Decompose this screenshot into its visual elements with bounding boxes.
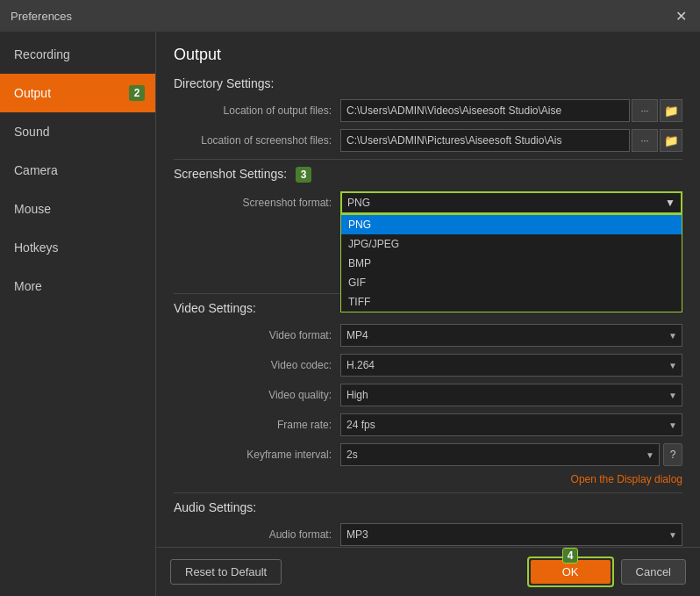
- dropdown-option-jpg[interactable]: JPG/JPEG: [341, 234, 682, 254]
- screenshot-location-dots-button[interactable]: ···: [632, 129, 658, 152]
- video-format-label: Video format:: [174, 329, 340, 341]
- video-codec-label: Video codec:: [174, 359, 340, 371]
- window-title: Preferences: [11, 10, 72, 23]
- sidebar-item-output[interactable]: Output 2: [0, 74, 155, 112]
- sidebar-item-label: Sound: [14, 125, 49, 139]
- folder-icon: 📁: [664, 134, 679, 147]
- screenshot-format-label: Screenshot format:: [174, 197, 340, 209]
- audio-section-title: Audio Settings:: [174, 500, 682, 514]
- screenshot-location-input[interactable]: [340, 129, 630, 152]
- video-format-select-wrapper: MP4 ▼: [340, 324, 682, 347]
- dropdown-option-tiff[interactable]: TIFF: [341, 292, 682, 312]
- screenshot-location-label: Location of screenshot files:: [174, 134, 340, 147]
- screenshot-location-row: Location of screenshot files: ··· 📁: [174, 129, 682, 152]
- open-display-dialog-button[interactable]: Open the Display dialog: [571, 473, 682, 485]
- title-bar: Preferences ✕: [0, 0, 700, 32]
- chevron-down-icon: ▼: [665, 197, 675, 209]
- reset-to-default-button[interactable]: Reset to Default: [170, 559, 282, 585]
- screenshot-location-folder-button[interactable]: 📁: [660, 129, 682, 152]
- dropdown-option-bmp[interactable]: BMP: [341, 254, 682, 273]
- keyframe-select[interactable]: 2s: [340, 443, 660, 466]
- screenshot-badge: 3: [296, 167, 311, 183]
- screenshot-section-title: Screenshot Settings: 3: [174, 167, 682, 183]
- sidebar-item-more[interactable]: More: [0, 267, 155, 305]
- close-button[interactable]: ✕: [672, 7, 689, 25]
- sidebar-item-label: Mouse: [14, 202, 51, 216]
- audio-format-label: Audio format:: [174, 528, 340, 541]
- output-location-folder-button[interactable]: 📁: [660, 99, 682, 122]
- video-format-row: Video format: MP4 ▼: [174, 324, 682, 347]
- video-codec-select[interactable]: H.264: [340, 354, 682, 377]
- keyframe-label: Keyframe interval:: [174, 449, 340, 461]
- frame-rate-select[interactable]: 24 fps: [340, 413, 682, 436]
- folder-icon: 📁: [664, 104, 679, 118]
- ok-button[interactable]: OK: [531, 560, 611, 584]
- sidebar-item-label: Output: [14, 86, 51, 100]
- video-quality-row: Video quality: High ▼: [174, 384, 682, 406]
- frame-rate-row: Frame rate: 24 fps ▼: [174, 413, 682, 436]
- keyframe-help-button[interactable]: ?: [663, 443, 682, 466]
- main-layout: Recording Output 2 Sound Camera Mouse Ho…: [0, 32, 700, 596]
- output-location-row: Location of output files: ··· 📁: [174, 99, 682, 122]
- audio-format-select-wrapper: MP3 ▼: [340, 523, 682, 546]
- video-quality-label: Video quality:: [174, 389, 340, 401]
- ok-button-wrapper: 4 OK: [527, 557, 614, 587]
- screenshot-format-value: PNG: [347, 197, 370, 209]
- frame-rate-select-wrapper: 24 fps ▼: [340, 413, 682, 436]
- sidebar-item-sound[interactable]: Sound: [0, 112, 155, 151]
- help-icon: ?: [670, 449, 676, 461]
- video-format-select[interactable]: MP4: [340, 324, 682, 347]
- frame-rate-label: Frame rate:: [174, 419, 340, 431]
- screenshot-format-row: Screenshot format: PNG ▼ PNG JPG/JPEG BM…: [174, 191, 682, 214]
- screenshot-format-dropdown[interactable]: PNG ▼ PNG JPG/JPEG BMP GIF TIFF: [340, 191, 682, 214]
- screenshot-format-display[interactable]: PNG ▼: [340, 191, 682, 214]
- sidebar: Recording Output 2 Sound Camera Mouse Ho…: [0, 32, 156, 596]
- output-location-label: Location of output files:: [174, 104, 340, 117]
- video-quality-select-wrapper: High ▼: [340, 384, 682, 406]
- sidebar-item-label: Hotkeys: [14, 241, 59, 255]
- output-badge: 2: [129, 85, 145, 101]
- output-location-input[interactable]: [340, 99, 630, 122]
- dropdown-option-png[interactable]: PNG: [341, 215, 682, 234]
- directory-section-title: Directory Settings:: [174, 76, 682, 90]
- sidebar-item-recording[interactable]: Recording: [0, 35, 155, 74]
- dropdown-option-gif[interactable]: GIF: [341, 273, 682, 292]
- screenshot-format-list: PNG JPG/JPEG BMP GIF TIFF: [340, 214, 682, 312]
- main-content: Output Directory Settings: Location of o…: [156, 32, 700, 596]
- open-display-row: Open the Display dialog: [174, 473, 682, 485]
- sidebar-item-hotkeys[interactable]: Hotkeys: [0, 228, 155, 267]
- video-codec-select-wrapper: H.264 ▼: [340, 354, 682, 377]
- ok-badge: 4: [562, 548, 578, 564]
- sidebar-item-camera[interactable]: Camera: [0, 151, 155, 190]
- bottom-bar: Reset to Default 4 OK Cancel: [156, 547, 700, 596]
- sidebar-item-label: Camera: [14, 163, 58, 177]
- output-location-dots-button[interactable]: ···: [632, 99, 658, 122]
- keyframe-select-wrapper: 2s ▼: [340, 443, 660, 466]
- keyframe-row: Keyframe interval: 2s ▼ ?: [174, 443, 682, 466]
- page-title: Output: [174, 46, 682, 64]
- sidebar-item-label: Recording: [14, 47, 70, 61]
- action-buttons: 4 OK Cancel: [527, 557, 686, 587]
- video-codec-row: Video codec: H.264 ▼: [174, 354, 682, 377]
- sidebar-item-mouse[interactable]: Mouse: [0, 190, 155, 228]
- video-quality-select[interactable]: High: [340, 384, 682, 406]
- cancel-button[interactable]: Cancel: [621, 559, 686, 585]
- audio-format-row: Audio format: MP3 ▼: [174, 523, 682, 546]
- sidebar-item-label: More: [14, 279, 42, 293]
- audio-format-select[interactable]: MP3: [340, 523, 682, 546]
